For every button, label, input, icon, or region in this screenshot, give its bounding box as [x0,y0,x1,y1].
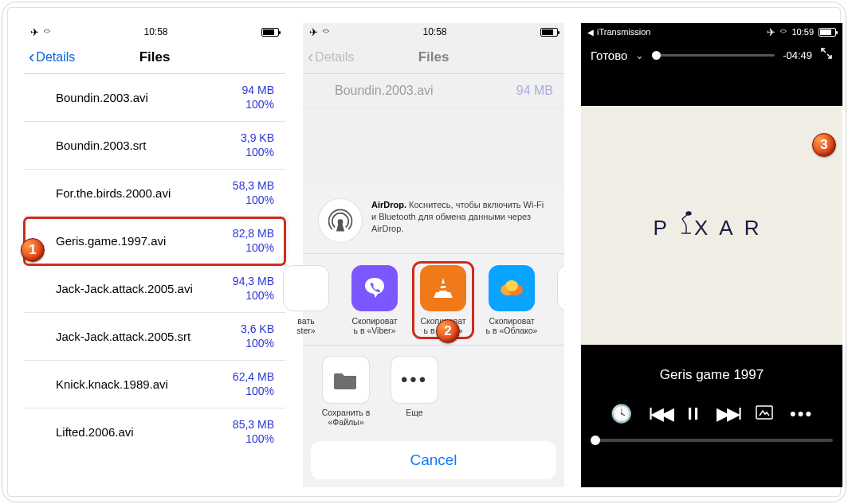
share-sheet: AirDrop. Коснитесь, чтобы включить Wi-Fi… [303,185,564,487]
file-row[interactable]: Boundin.2003.srt3,9 KB100% [24,122,285,170]
luxo-lamp-icon [678,211,694,240]
share-action-row: Сохранить в «Файлы» •••Еще [303,346,564,441]
file-row[interactable]: Jack-Jack.attack.2005.srt3,6 KB100% [24,313,285,361]
done-button[interactable]: Готово [591,49,627,62]
svg-point-6 [686,212,691,215]
wifi-icon: ⌔ [780,26,787,38]
svg-point-0 [338,220,342,224]
file-row-selected[interactable]: Geris.game.1997.avi82,8 MB100% [24,217,285,265]
callout-badge-3: 3 [812,133,836,157]
share-app-row[interactable]: ватьster» Скопировать в «Viber» Скопиров… [277,254,564,345]
file-row[interactable]: Knick.knack.1989.avi62,4 MB100% [24,361,285,408]
more-action[interactable]: •••Еще [386,357,443,427]
status-time: 10:59 [791,27,814,37]
chevron-down-icon[interactable]: ⌄ [635,49,644,61]
share-app-partial-right[interactable]: Скопив «Doc [552,265,564,337]
scrubber[interactable] [652,54,775,57]
video-frame[interactable]: P X A R [581,106,842,345]
save-to-files-action[interactable]: Сохранить в «Файлы» [317,357,375,427]
battery-icon [819,28,836,37]
pause-button[interactable]: II [687,404,700,424]
back-label: Details [36,50,75,64]
back-to-app[interactable]: iTransmission [597,27,650,37]
history-icon[interactable]: 🕓 [610,404,632,424]
more-icon[interactable]: ••• [790,404,813,424]
player-top-bar: Готово ⌄ -04:49 [581,41,842,69]
share-app-viber[interactable]: Скопировать в «Viber» [346,265,403,337]
folder-icon [323,357,369,403]
status-time: 10:58 [143,26,167,37]
airplane-mode-icon: ✈ [767,26,775,38]
screenshot-files-list: ✈⌔ 10:58 ‹Details Files Boundin.2003.avi… [24,23,285,487]
time-remaining: -04:49 [783,49,812,61]
callout-badge-1: 1 [21,238,45,262]
video-title: Geris game 1997 [581,345,842,400]
status-bar: ◀iTransmission ✈⌔10:59 [581,23,842,41]
playback-controls: 🕓 I◀◀ II ▶▶I ••• [581,400,842,428]
ellipsis-icon: ••• [391,357,438,403]
airplane-mode-icon: ✈ [30,26,39,38]
nav-title: Files [139,49,171,65]
screenshot-share-sheet: ✈⌔ 10:58 ‹Details Files Boundin.2003.avi… [303,23,564,487]
back-button[interactable]: ‹Details [29,49,75,66]
file-row[interactable]: Jack-Jack.attack.2005.avi94,3 MB100% [24,265,285,313]
share-app-partial-left[interactable]: ватьster» [277,265,335,337]
prev-track-button[interactable]: I◀◀ [649,404,671,424]
airdrop-icon [319,199,362,242]
fullscreen-icon[interactable] [820,47,833,63]
screenshot-video-player: ◀iTransmission ✈⌔10:59 Готово ⌄ -04:49 P… [581,23,842,487]
chevron-left-icon: ‹ [29,49,34,66]
nav-bar: ‹Details Files [24,41,285,74]
file-row[interactable]: For.the.birds.2000.avi58,3 MB100% [24,170,285,217]
file-list[interactable]: Boundin.2003.avi94 MB100% Boundin.2003.s… [24,74,285,455]
pixar-logo: P X A R [654,211,771,240]
wifi-icon: ⌔ [44,26,50,38]
next-track-button[interactable]: ▶▶I [716,404,739,424]
battery-icon [261,28,279,37]
svg-rect-1 [439,283,447,286]
status-bar: ✈⌔ 10:58 [24,23,285,41]
airdrop-row[interactable]: AirDrop. Коснитесь, чтобы включить Wi-Fi… [303,194,564,253]
progress-bar[interactable] [591,439,833,442]
airdrop-text: AirDrop. Коснитесь, чтобы включить Wi-Fi… [371,199,548,235]
file-row[interactable]: Boundin.2003.avi94 MB100% [24,74,285,122]
aspect-ratio-icon[interactable] [756,404,773,424]
svg-point-5 [505,280,518,291]
cancel-button[interactable]: Cancel [311,441,556,479]
file-row[interactable]: Lifted.2006.avi85,3 MB100% [24,408,285,455]
callout-badge-2: 2 [436,319,460,343]
share-app-cloud[interactable]: Скопировать в «Облако» [483,265,540,337]
svg-rect-2 [438,288,449,291]
